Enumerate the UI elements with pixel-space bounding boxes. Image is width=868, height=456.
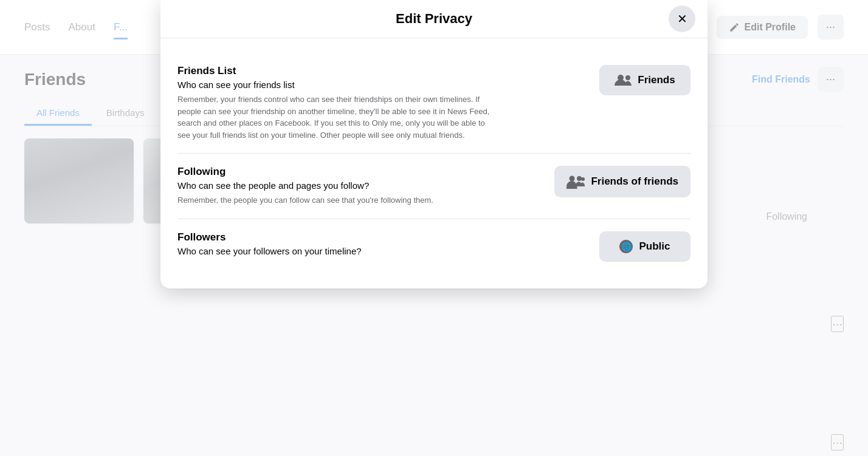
- friends-list-button-label: Friends: [638, 74, 675, 86]
- modal-close-button[interactable]: ✕: [669, 5, 695, 32]
- modal-body: Friends List Who can see your friends li…: [160, 38, 708, 288]
- following-subtitle: Who can see the people and pages you fol…: [177, 180, 542, 191]
- modal-header: Edit Privacy ✕: [160, 0, 708, 38]
- privacy-section-following: Following Who can see the people and pag…: [177, 154, 691, 219]
- friends-list-subtitle: Who can see your friends list: [177, 80, 587, 90]
- followers-title: Followers: [177, 231, 587, 243]
- globe-icon: 🌐: [619, 240, 633, 253]
- close-icon: ✕: [677, 12, 687, 26]
- friends-list-privacy-button[interactable]: Friends: [599, 65, 691, 95]
- following-content: Following Who can see the people and pag…: [177, 166, 542, 206]
- modal-title: Edit Privacy: [396, 11, 472, 27]
- followers-privacy-button[interactable]: 🌐 Public: [599, 231, 691, 262]
- following-description: Remember, the people you can follow can …: [177, 194, 494, 206]
- edit-privacy-modal: Edit Privacy ✕ Friends List Who can see …: [160, 0, 708, 288]
- following-privacy-button[interactable]: Friends of friends: [554, 166, 691, 197]
- friends-list-title: Friends List: [177, 65, 587, 77]
- svg-point-3: [577, 176, 582, 181]
- followers-subtitle: Who can see your followers on your timel…: [177, 246, 587, 256]
- svg-point-4: [581, 177, 585, 181]
- following-title: Following: [177, 166, 542, 178]
- modal-overlay: Edit Privacy ✕ Friends List Who can see …: [0, 0, 868, 456]
- followers-button-label: Public: [639, 240, 670, 253]
- svg-point-2: [570, 176, 575, 182]
- following-button-label: Friends of friends: [591, 175, 678, 188]
- followers-content: Followers Who can see your followers on …: [177, 231, 587, 260]
- friends-list-description: Remember, your friends control who can s…: [177, 94, 494, 141]
- friends-of-friends-icon: [567, 174, 585, 189]
- privacy-section-followers: Followers Who can see your followers on …: [177, 219, 691, 274]
- friends-icon: [615, 73, 632, 87]
- svg-point-1: [625, 75, 630, 80]
- friends-list-content: Friends List Who can see your friends li…: [177, 65, 587, 141]
- privacy-section-friends-list: Friends List Who can see your friends li…: [177, 53, 691, 154]
